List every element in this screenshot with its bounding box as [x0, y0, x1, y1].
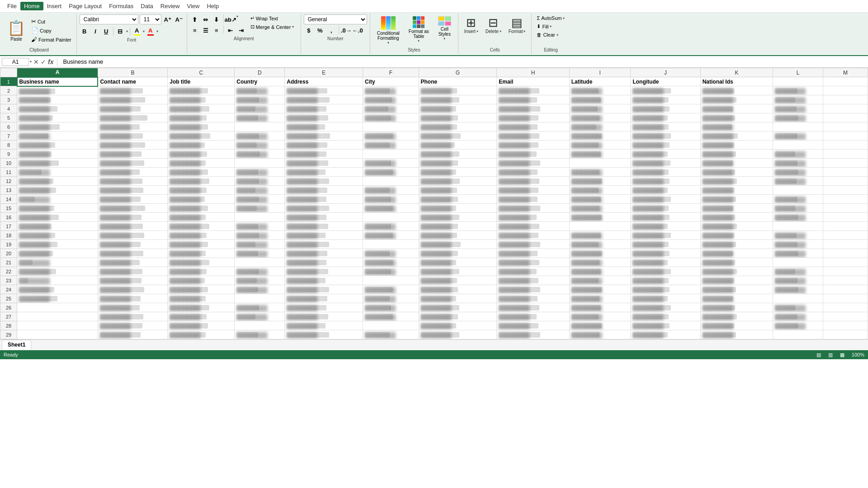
cell-M9[interactable] [823, 150, 868, 159]
insert-dropdown[interactable]: ▾ [476, 29, 478, 33]
row-header-3[interactable]: 3 [0, 95, 17, 104]
row-header-17[interactable]: 17 [0, 222, 17, 231]
clear-button[interactable]: 🗑 Clear ▾ [534, 31, 560, 38]
cell-M17[interactable] [823, 222, 868, 231]
cell-C25[interactable]: ████████ [168, 294, 235, 303]
col-header-B[interactable]: B [98, 68, 167, 77]
cell-G2[interactable]: ████████ [419, 86, 497, 95]
cell-B10[interactable]: ████████ [98, 159, 167, 168]
cell-B17[interactable]: ████████ [98, 222, 167, 231]
cell-E4[interactable]: ████████ [285, 104, 363, 113]
dec-dec-button[interactable]: ←.0 [353, 25, 363, 35]
cell-G17[interactable]: ████████ [419, 222, 497, 231]
copy-button[interactable]: 📄 Copy [29, 26, 74, 35]
cell-L2[interactable]: ████████ [773, 86, 823, 95]
cell-D18[interactable]: ████████ [235, 231, 285, 240]
cell-F20[interactable]: ████████ [363, 249, 419, 258]
cell-L12[interactable]: ████████ [773, 177, 823, 186]
border-dropdown-arrow[interactable]: ▾ [126, 29, 128, 33]
cell-I27[interactable]: ████████ [569, 312, 631, 321]
cell-G7[interactable]: ████████ [419, 131, 497, 141]
col-header-F[interactable]: F [363, 68, 419, 77]
cell-E28[interactable]: ████████ [285, 321, 363, 330]
cell-M13[interactable] [823, 186, 868, 195]
cell-E12[interactable]: ████████ [285, 177, 363, 186]
row-header-7[interactable]: 7 [0, 131, 17, 141]
cell-K22[interactable]: ████████ [700, 267, 773, 276]
cell-L21[interactable] [773, 258, 823, 267]
cell-M12[interactable] [823, 177, 868, 186]
cell-C17[interactable]: ████████ [168, 222, 235, 231]
cell-H3[interactable]: ████████ [497, 95, 569, 104]
cell-J12[interactable]: ████████ [631, 177, 700, 186]
insert-cells-button[interactable]: ⊞ Insert ▾ [461, 14, 481, 36]
cell-C26[interactable]: ████████ [168, 303, 235, 312]
menu-insert[interactable]: Insert [43, 2, 66, 10]
number-format-select[interactable]: General [304, 14, 367, 24]
cell-K25[interactable]: ████████ [700, 294, 773, 303]
cell-H4[interactable]: ████████ [497, 104, 569, 113]
row-header-6[interactable]: 6 [0, 122, 17, 131]
cell-K7[interactable]: ████████ [700, 131, 773, 141]
cell-C2[interactable]: ████████ [168, 86, 235, 95]
cell-B12[interactable]: ████████ [98, 177, 167, 186]
cell-L23[interactable]: ████████ [773, 276, 823, 285]
cell-E23[interactable]: ████████ [285, 276, 363, 285]
cell-K6[interactable]: ████████ [700, 122, 773, 131]
cell-M10[interactable] [823, 159, 868, 168]
font-name-select[interactable]: Calibri [80, 14, 138, 24]
cell-G11[interactable]: ████████ [419, 168, 497, 177]
autosum-dropdown[interactable]: ▾ [563, 16, 565, 20]
cell-I14[interactable]: ████████ [569, 195, 631, 204]
cell-L8[interactable] [773, 141, 823, 150]
cell-I4[interactable]: ████████ [569, 104, 631, 113]
orientation-button[interactable]: ab↗ [226, 14, 236, 24]
cell-H18[interactable]: ████████ [497, 231, 569, 240]
orientation-dropdown[interactable]: ▾ [236, 14, 238, 24]
cell-I5[interactable]: ████████ [569, 113, 631, 122]
menu-view[interactable]: View [183, 2, 203, 10]
cell-C14[interactable]: ████████ [168, 195, 235, 204]
format-dropdown[interactable]: ▾ [524, 29, 525, 33]
cell-I21[interactable]: ████████ [569, 258, 631, 267]
row-header-24[interactable]: 24 [0, 285, 17, 294]
cell-L7[interactable]: ████████ [773, 131, 823, 141]
cell-I16[interactable]: ████████ [569, 213, 631, 222]
font-size-select[interactable]: 11 [140, 14, 161, 24]
bold-button[interactable]: B [80, 27, 90, 37]
cell-K24[interactable]: ████████ [700, 285, 773, 294]
col-header-I[interactable]: I [569, 68, 631, 77]
cell-I28[interactable]: ████████ [569, 321, 631, 330]
cell-G8[interactable]: ████████ [419, 141, 497, 150]
cell-A6[interactable]: ████████ [17, 122, 98, 131]
cell-K9[interactable]: ████████ [700, 150, 773, 159]
cell-L3[interactable]: ████████ [773, 95, 823, 104]
cell-J6[interactable]: ████████ [631, 122, 700, 131]
cell-M28[interactable] [823, 321, 868, 330]
cell-H11[interactable]: ████████ [497, 168, 569, 177]
cell-J1[interactable]: Longitude [631, 77, 700, 86]
cell-F11[interactable]: ████████ [363, 168, 419, 177]
clear-dropdown[interactable]: ▾ [557, 33, 558, 37]
cell-J5[interactable]: ████████ [631, 113, 700, 122]
underline-button[interactable]: U [101, 27, 111, 37]
cell-D11[interactable]: ████████ [235, 168, 285, 177]
cell-J19[interactable]: ████████ [631, 240, 700, 249]
cell-I1[interactable]: Latitude [569, 77, 631, 86]
cell-L18[interactable]: ████████ [773, 231, 823, 240]
cell-J17[interactable]: ████████ [631, 222, 700, 231]
cell-F24[interactable]: ████████ [363, 285, 419, 294]
cell-M22[interactable] [823, 267, 868, 276]
cell-J29[interactable]: ████████ [631, 330, 700, 339]
cell-G12[interactable]: ████████ [419, 177, 497, 186]
row-header-15[interactable]: 15 [0, 204, 17, 213]
cell-K20[interactable]: ████████ [700, 249, 773, 258]
cell-K5[interactable]: ████████ [700, 113, 773, 122]
cell-A12[interactable]: ████████ [17, 177, 98, 186]
col-header-M[interactable]: M [823, 68, 868, 77]
cell-D26[interactable]: ████████ [235, 303, 285, 312]
formula-cancel-icon[interactable]: ✕ [33, 58, 39, 66]
row-header-27[interactable]: 27 [0, 312, 17, 321]
cell-B9[interactable]: ████████ [98, 150, 167, 159]
dec-inc-button[interactable]: .0→ [341, 25, 351, 35]
